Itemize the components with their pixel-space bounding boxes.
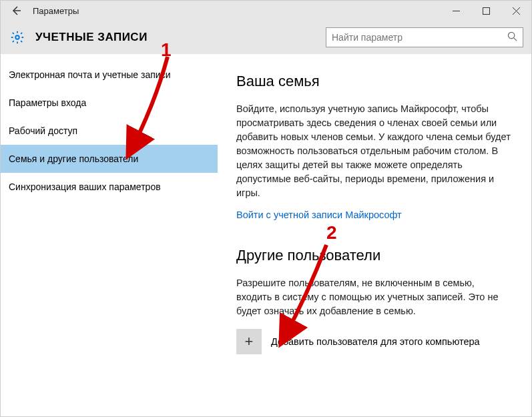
svg-point-1 bbox=[15, 35, 19, 39]
maximize-icon bbox=[483, 7, 490, 15]
sidebar-item-email-accounts[interactable]: Электронная почта и учетные записи bbox=[1, 61, 218, 89]
search-icon bbox=[507, 31, 517, 43]
close-icon bbox=[513, 7, 520, 15]
sidebar-item-work-access[interactable]: Рабочий доступ bbox=[1, 117, 218, 145]
window-title: Параметры bbox=[33, 6, 79, 16]
sidebar: Электронная почта и учетные записи Парам… bbox=[1, 54, 218, 417]
settings-gear-icon bbox=[9, 29, 26, 46]
sidebar-item-label: Параметры входа bbox=[9, 97, 86, 108]
back-button[interactable] bbox=[6, 1, 26, 21]
header: УЧЕТНЫЕ ЗАПИСИ bbox=[1, 21, 531, 54]
minimize-button[interactable] bbox=[441, 1, 471, 21]
section-body-other-users: Разрешите пользователям, не включенным в… bbox=[236, 276, 513, 318]
plus-icon: + bbox=[236, 329, 262, 354]
search-input[interactable] bbox=[332, 32, 507, 43]
minimize-icon bbox=[453, 7, 460, 15]
maximize-button[interactable] bbox=[471, 1, 501, 21]
section-body-family: Войдите, используя учетную запись Майкро… bbox=[236, 102, 513, 200]
sidebar-item-label: Электронная почта и учетные записи bbox=[9, 69, 170, 80]
content: Электронная почта и учетные записи Парам… bbox=[1, 54, 531, 417]
signin-microsoft-link[interactable]: Войти с учетной записи Майкрософт bbox=[236, 210, 402, 220]
sidebar-item-label: Рабочий доступ bbox=[9, 125, 77, 136]
sidebar-item-label: Семья и другие пользователи bbox=[9, 153, 138, 164]
arrow-left-icon bbox=[11, 5, 21, 16]
page-title: УЧЕТНЫЕ ЗАПИСИ bbox=[35, 31, 148, 44]
main-panel: Ваша семья Войдите, используя учетную за… bbox=[218, 54, 531, 417]
section-title-family: Ваша семья bbox=[236, 73, 513, 90]
titlebar: Параметры bbox=[1, 1, 531, 21]
section-title-other-users: Другие пользователи bbox=[236, 247, 513, 264]
svg-rect-0 bbox=[483, 7, 490, 14]
search-box[interactable] bbox=[326, 27, 523, 47]
sidebar-item-signin-options[interactable]: Параметры входа bbox=[1, 89, 218, 117]
sidebar-item-sync-settings[interactable]: Синхронизация ваших параметров bbox=[1, 173, 218, 201]
close-button[interactable] bbox=[501, 1, 531, 21]
svg-point-2 bbox=[508, 32, 514, 38]
add-user-button[interactable]: + Добавить пользователя для этого компью… bbox=[236, 329, 513, 354]
sidebar-item-family-users[interactable]: Семья и другие пользователи bbox=[1, 145, 218, 173]
sidebar-item-label: Синхронизация ваших параметров bbox=[9, 181, 161, 192]
add-user-label: Добавить пользователя для этого компьюте… bbox=[271, 336, 480, 347]
